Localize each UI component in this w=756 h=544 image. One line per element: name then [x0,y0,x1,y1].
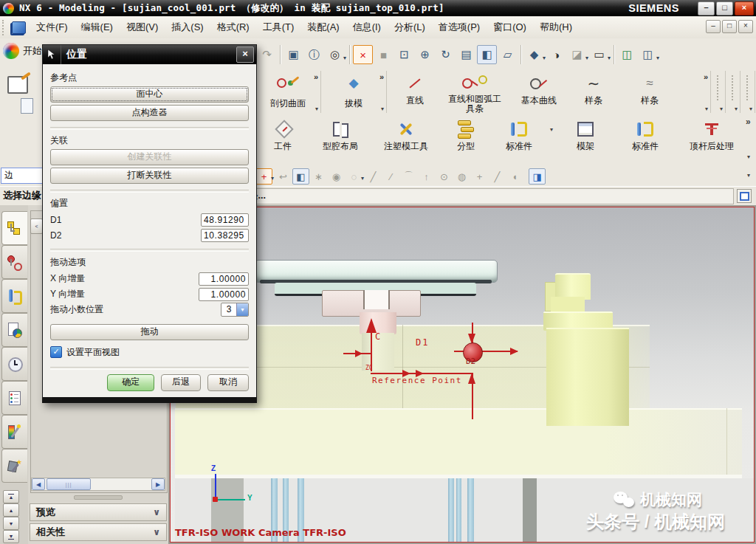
clip-section-icon[interactable]: ◪ [567,45,587,64]
mold-base-tool[interactable]: 模架 [557,118,614,153]
back-button[interactable]: 后退 [161,374,201,391]
mold-toolbar-expand-icon[interactable]: » [746,117,751,127]
menu-window[interactable]: 窗口(O) [487,17,533,38]
ejector-pin-post-tool[interactable]: 顶杆后处理 [676,118,747,153]
isometric-view-icon[interactable]: ◆ [524,45,544,64]
tab-history[interactable] [1,347,27,381]
background-dropdown-icon[interactable]: ▾ [608,55,611,64]
close-view-icon[interactable]: × [353,45,373,64]
fit-view-icon[interactable]: ▱ [498,45,518,64]
menu-analysis[interactable]: 分析(L) [388,17,432,38]
d2-input[interactable]: 10.38295 [201,229,249,242]
studio-spline-tool[interactable]: ≈ 样条 [620,72,679,114]
drag-button[interactable]: 拖动 [50,324,249,340]
spline-tool[interactable]: ∼ 样条 [567,72,620,114]
menu-help[interactable]: 帮助(H) [533,17,579,38]
tab-part-navigator[interactable] [1,313,27,347]
preview-drawer[interactable]: 预览 ∨ [30,503,167,521]
selection-filter-combo[interactable]: 边 [1,168,45,184]
collapse-panel-button[interactable]: < [30,218,43,234]
zoom-in-out-icon[interactable]: ⊕ [415,45,435,64]
standard-part-dropdown[interactable]: ▾ [546,118,557,140]
render-style-icon[interactable]: ◑ [546,45,566,64]
section-surface-label[interactable]: 剖切曲面 [255,99,320,109]
tab-roles[interactable]: ★ [1,449,27,483]
display-part-icon[interactable]: ▣ [284,45,303,64]
undo-selection-icon[interactable]: ↩ [275,168,292,185]
zoom-region-icon[interactable]: ⊡ [394,45,414,64]
group-dropdown-icon[interactable]: ▾ [705,106,708,112]
document-icon[interactable] [21,98,33,114]
menu-tools[interactable]: 工具(T) [256,17,301,38]
resource-scroll-up-button[interactable]: ▲ [3,503,19,517]
x-increment-input[interactable]: 1.00000 [199,272,249,286]
scroll-thumb[interactable]: ||| [47,478,91,490]
pan-view-icon[interactable]: ▤ [456,45,476,64]
transform-icon[interactable]: ◫ [638,45,658,64]
d1-input[interactable]: 48.91290 [201,213,249,227]
dropdown-arrow-icon[interactable]: ▼ [236,303,248,316]
group-expand-icon[interactable]: » [704,72,708,81]
ok-button[interactable]: 确定 [107,374,154,391]
basic-curves-tool[interactable]: 基本曲线 [511,72,567,114]
horizontal-scrollbar[interactable]: ◀ ||| ▶ [31,478,165,491]
standard-part2-tool[interactable]: 标准件 [614,118,676,153]
panel-splitter[interactable] [30,494,167,500]
rotate-view-icon[interactable]: ↻ [436,45,456,64]
doc-restore-button[interactable]: □ [722,20,737,33]
standard-part-tool[interactable]: 标准件 [492,118,546,153]
dialog-title-bar[interactable]: 位置 × [43,45,256,64]
cavity-layout-tool[interactable]: 型腔布局 [309,118,372,153]
menu-view[interactable]: 视图(V) [120,17,165,38]
doc-minimize-button[interactable]: – [706,20,721,33]
draft-label[interactable]: 拔模 [321,99,386,109]
mold-tools-tool[interactable]: 注塑模工具 [372,118,440,153]
face-center-button[interactable]: 面中心 [50,86,249,103]
menu-assemblies[interactable]: 装配(A) [300,17,346,38]
menu-information[interactable]: 信息(I) [346,17,388,38]
snap-solid-icon[interactable]: ◧ [292,168,309,185]
line-tool[interactable]: 直线 [391,72,439,114]
menu-format[interactable]: 格式(R) [210,17,256,38]
find-dropdown-icon[interactable]: ▾ [343,55,346,64]
shaded-solid-icon[interactable]: ◨ [529,168,546,185]
workpiece-tool[interactable]: 工件 [257,118,309,153]
dependencies-drawer[interactable]: 相关性 ∨ [30,523,167,541]
menu-insert[interactable]: 插入(S) [165,17,210,38]
resource-scroll-down-button[interactable]: ▼ [3,517,19,530]
menu-preferences[interactable]: 首选项(P) [432,17,487,38]
menu-edit[interactable]: 编辑(E) [75,17,120,38]
fit-window-icon[interactable] [737,189,752,203]
close-button[interactable]: × [735,1,754,16]
mold-toolbar-dropdown-icon[interactable]: ▾ [747,154,750,160]
line-arc-toolbar-tool[interactable]: 直线和圆弧工具条 [439,72,511,114]
tab-palette[interactable] [1,381,27,415]
resource-scroll-top-button[interactable]: ▲ [3,490,19,503]
find-icon[interactable]: ◎ [325,45,345,64]
scope-dropdown-icon[interactable]: ▾ [271,175,274,185]
y-increment-input[interactable]: 1.00000 [199,288,249,301]
point-constructor-button[interactable]: 点构造器 [50,105,249,121]
transform-dropdown-icon[interactable]: ▾ [656,55,659,64]
snap-toolbar-dropdown-icon[interactable]: ▾ [747,172,750,179]
graphics-canvas[interactable]: C ZC Reference Point D1 D2 Z Y TFR-ISO W… [170,207,755,543]
information-icon[interactable]: ⓘ [304,45,324,64]
scroll-left-icon[interactable]: ◀ [32,478,45,490]
parting-tool[interactable]: 分型 [440,118,492,153]
tab-assembly-navigator[interactable] [1,211,27,245]
break-associativity-button[interactable]: 打断关联性 [50,168,249,184]
tab-constraint-navigator[interactable] [1,245,27,279]
start-button[interactable]: 开始 [3,43,42,59]
cancel-button[interactable]: 取消 [207,374,249,391]
drag-decimals-select[interactable]: 3 ▼ [221,303,249,317]
layout-pencil-icon[interactable] [7,76,28,94]
move-face-icon[interactable]: ◫ [617,45,637,64]
background-icon[interactable]: ▭ [589,45,609,64]
menu-file[interactable]: 文件(F) [30,17,75,38]
view-dropdown-icon[interactable]: ▾ [543,55,546,64]
section-surface-icon[interactable] [255,74,320,92]
tab-reuse-library[interactable] [1,279,27,313]
dialog-close-icon[interactable]: × [236,47,254,63]
minimize-button[interactable]: – [698,1,715,16]
tab-visualization[interactable] [1,415,27,449]
